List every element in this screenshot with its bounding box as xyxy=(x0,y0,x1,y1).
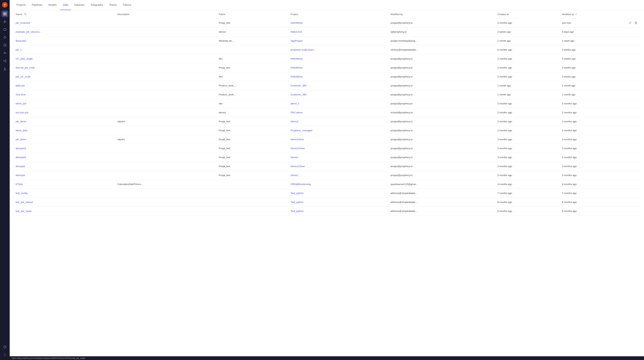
col-header-modified-at[interactable]: Modified at ▼ xyxy=(560,10,625,19)
nav-tab-models[interactable]: Models xyxy=(45,0,60,10)
job-name-link[interactable]: example_job_observa... xyxy=(16,31,42,33)
name-search-icon[interactable] xyxy=(24,13,26,16)
delete-button[interactable] xyxy=(634,164,638,168)
sidebar-icon-download[interactable] xyxy=(2,65,8,72)
nav-tab-subgraphs[interactable]: Subgraphs xyxy=(88,0,106,10)
delete-button[interactable] xyxy=(634,39,638,43)
edit-button[interactable] xyxy=(628,164,632,168)
job-name-link[interactable]: Normal_job_multi xyxy=(16,66,34,69)
job-project-link[interactable]: HelloCICD xyxy=(290,31,302,33)
job-name-link[interactable]: DTIjob xyxy=(16,183,23,186)
job-name-link[interactable]: test_job_name xyxy=(16,210,32,213)
edit-button[interactable] xyxy=(628,83,632,88)
job-project-link[interactable]: Demo2 xyxy=(290,120,298,123)
delete-button[interactable] xyxy=(634,155,638,159)
edit-button[interactable] xyxy=(628,30,632,34)
sidebar-icon-share[interactable] xyxy=(2,58,8,64)
nav-tab-pipelines[interactable]: Pipelines xyxy=(29,0,46,10)
app-logo[interactable]: ⚡ xyxy=(2,2,8,8)
edit-button[interactable] xyxy=(628,110,632,115)
job-project-link[interactable]: Test_python xyxy=(290,192,304,195)
sidebar-icon-nodes[interactable] xyxy=(2,26,8,33)
job-project-link[interactable]: prophecy-scala-exam... xyxy=(290,48,316,51)
job-name-link[interactable]: pnc-poc-job xyxy=(16,111,28,114)
edit-button[interactable] xyxy=(628,92,632,97)
edit-button[interactable] xyxy=(628,101,632,106)
edit-button[interactable] xyxy=(628,200,632,204)
job-name-link[interactable]: BaseJob2 xyxy=(16,39,26,42)
job-project-link[interactable]: CREditDecisioning xyxy=(290,183,311,186)
job-project-link[interactable]: HelloWorld xyxy=(290,75,302,78)
delete-button[interactable] xyxy=(634,110,638,115)
sidebar-icon-grid[interactable] xyxy=(2,11,8,17)
job-name-link[interactable]: One-time xyxy=(16,93,26,96)
edit-button[interactable] xyxy=(628,146,632,150)
delete-button[interactable] xyxy=(634,30,638,34)
job-name-link[interactable]: demojob xyxy=(16,165,25,168)
edit-button[interactable] xyxy=(628,48,632,52)
job-name-link[interactable]: test_config xyxy=(16,192,28,195)
sidebar-icon-help[interactable]: ? xyxy=(2,343,8,350)
job-name-link[interactable]: job_demo xyxy=(16,138,26,141)
job-project-link[interactable]: Demo1 xyxy=(290,156,298,159)
job-project-link[interactable]: Prophecy_managed xyxy=(290,129,312,132)
nav-tab-teams[interactable]: Teams xyxy=(106,0,120,10)
job-project-link[interactable]: Customer_360 xyxy=(290,84,306,87)
edit-button[interactable] xyxy=(628,66,632,70)
job-project-link[interactable]: Test_python xyxy=(290,201,304,204)
nav-tab-jobs[interactable]: Jobs xyxy=(60,0,72,10)
job-name-link[interactable]: job_1 xyxy=(16,48,22,51)
delete-button[interactable] xyxy=(634,119,638,124)
job-name-link[interactable]: demojob1 xyxy=(16,156,26,159)
nav-tab-datasets[interactable]: Datasets xyxy=(71,0,88,10)
edit-button[interactable] xyxy=(628,155,632,159)
job-project-link[interactable]: HelloWorld xyxy=(290,66,302,69)
job-name-link[interactable]: test_job_name2 xyxy=(16,201,33,204)
sidebar-icon-pulse[interactable] xyxy=(2,50,8,56)
delete-button[interactable] xyxy=(634,200,638,204)
job-project-link[interactable]: Demo1Clone xyxy=(290,147,305,150)
delete-button[interactable] xyxy=(634,101,638,106)
nav-tab-projects[interactable]: Projects xyxy=(14,0,29,10)
delete-button[interactable] xyxy=(634,66,638,70)
delete-button[interactable] xyxy=(634,83,638,88)
delete-button[interactable] xyxy=(634,48,638,52)
edit-button[interactable] xyxy=(628,191,632,195)
job-project-link[interactable]: demo_1 xyxy=(290,102,299,105)
sidebar-icon-more[interactable] xyxy=(2,351,8,358)
job-project-link[interactable]: PNC-demo xyxy=(290,111,302,114)
job-project-link[interactable]: Demo1Clone xyxy=(290,165,305,168)
edit-button[interactable] xyxy=(628,128,632,133)
delete-button[interactable] xyxy=(634,173,638,177)
delete-button[interactable] xyxy=(634,57,638,61)
job-name-link[interactable]: UC_jobs_single xyxy=(16,57,33,60)
job-project-link[interactable]: AppProject xyxy=(290,39,302,42)
job-project-link[interactable]: Customer_360 xyxy=(290,93,306,96)
edit-button[interactable] xyxy=(628,182,632,186)
edit-button[interactable] xyxy=(628,209,632,213)
sidebar-icon-plus[interactable] xyxy=(2,18,8,25)
edit-button[interactable] xyxy=(628,75,632,79)
delete-button[interactable] xyxy=(634,182,638,186)
edit-button[interactable] xyxy=(628,137,632,141)
job-project-link[interactable]: HelloWorld xyxy=(290,22,302,24)
job-name-link[interactable]: demo_job1 xyxy=(16,129,28,132)
delete-button[interactable] xyxy=(634,92,638,97)
edit-button[interactable] xyxy=(628,39,632,43)
edit-button[interactable] xyxy=(628,119,632,124)
delete-button[interactable] xyxy=(634,209,638,213)
job-project-link[interactable]: Demo1 xyxy=(290,174,298,177)
job-name-link[interactable]: demojob1 xyxy=(16,147,26,150)
delete-button[interactable] xyxy=(634,146,638,150)
job-name-link[interactable]: daily-job xyxy=(16,84,24,87)
job-name-link[interactable]: demo_job xyxy=(16,102,26,105)
job-project-link[interactable]: HelloWorld xyxy=(290,57,302,60)
job-name-link[interactable]: job_renamed xyxy=(16,22,30,24)
delete-button[interactable] xyxy=(634,191,638,195)
delete-button[interactable] xyxy=(634,21,638,25)
sidebar-icon-clock[interactable] xyxy=(2,42,8,49)
job-name-link[interactable]: job_UC_multi xyxy=(16,75,30,78)
edit-button[interactable] xyxy=(628,21,632,25)
job-name-link[interactable]: job_demo xyxy=(16,120,26,123)
delete-button[interactable] xyxy=(634,128,638,133)
